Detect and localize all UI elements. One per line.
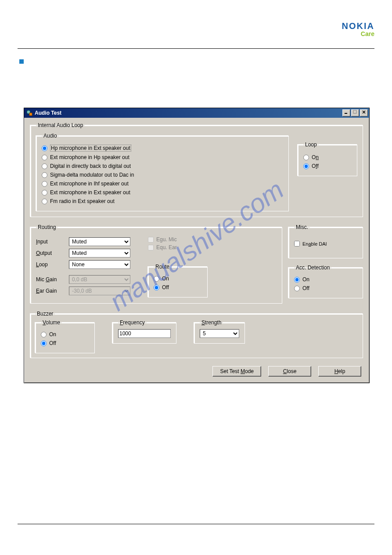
audio-label-4: Ext microphone in Ihf speaker out xyxy=(50,181,129,187)
audio-radio-6[interactable] xyxy=(42,199,47,204)
vol-on-label: On xyxy=(49,331,56,337)
titlebar[interactable]: Audio Test xyxy=(24,108,369,118)
ear-gain-select: -30,0 dB xyxy=(69,287,130,295)
page-footer-divider xyxy=(18,524,374,524)
volume-legend: Volume xyxy=(41,319,62,326)
audio-option-6[interactable]: Fm radio in Ext speaker out xyxy=(42,197,283,206)
acc-off-label: Off xyxy=(302,285,309,291)
logo-care: Care xyxy=(342,30,374,37)
output-select[interactable]: Muted xyxy=(69,249,130,258)
audio-legend: Audio xyxy=(42,133,59,139)
strength-select[interactable]: 5 xyxy=(200,329,239,338)
loop-off[interactable]: Off xyxy=(303,162,352,170)
ear-gain-label: Ear Gain xyxy=(36,288,65,294)
loop-legend: Loop xyxy=(303,141,319,148)
loop-on[interactable]: On xyxy=(303,153,352,162)
audio-label-2: Digital in directly back to digital out xyxy=(50,163,131,169)
acc-off[interactable]: Off xyxy=(294,284,357,293)
route-off-label: Off xyxy=(162,284,169,290)
audio-radio-1[interactable] xyxy=(42,155,47,160)
equ-mic-label: Egu. Mic xyxy=(156,236,177,243)
route-off[interactable]: Off xyxy=(154,283,202,292)
audio-label-0: Hp microphone in Ext speaker out xyxy=(50,145,131,152)
loop-off-label: f xyxy=(316,163,317,169)
enable-dai-row[interactable]: Enable DAI xyxy=(294,236,357,251)
frequency-legend: Frequency xyxy=(118,319,147,326)
close-button[interactable] xyxy=(360,109,368,116)
audio-option-4[interactable]: Ext microphone in Ihf speaker out xyxy=(42,179,283,188)
vol-off-label: Off xyxy=(49,340,56,346)
audio-option-0[interactable]: Hp microphone in Ext speaker out xyxy=(42,143,283,153)
page-header: NOKIA Care xyxy=(18,0,374,49)
vol-off[interactable]: Off xyxy=(41,339,89,348)
svg-rect-1 xyxy=(29,113,32,116)
route-legend: Route xyxy=(154,264,171,270)
logo-nokia: NOKIA xyxy=(342,21,374,31)
vol-off-radio[interactable] xyxy=(41,341,47,346)
audio-option-5[interactable]: Ext microphone in Ext speaker out xyxy=(42,188,283,197)
help-button[interactable]: Help xyxy=(318,366,361,377)
audio-option-3[interactable]: Sigma-delta modulator out to Dac in xyxy=(42,170,283,179)
equ-mic-checkbox xyxy=(148,237,154,243)
internal-audio-loop-group: Internal Audio Loop Audio Hp microphone … xyxy=(30,122,363,217)
vol-on-radio[interactable] xyxy=(41,332,47,337)
frequency-group: Frequency xyxy=(112,319,176,344)
loop-on-label: n xyxy=(316,154,319,160)
section-bullet-icon xyxy=(19,59,24,64)
audio-radio-4[interactable] xyxy=(42,181,47,187)
loop-label: Loop xyxy=(36,261,65,268)
buzzer-group: Buzzer Volume On Off Frequency Strength … xyxy=(30,311,363,358)
frequency-input[interactable] xyxy=(118,329,171,338)
route-on-radio[interactable] xyxy=(154,276,159,282)
loop-group: Loop On Off xyxy=(298,141,357,176)
output-label: Output xyxy=(36,250,65,256)
minimize-button[interactable] xyxy=(342,109,350,116)
equ-ear-checkbox xyxy=(148,245,154,250)
route-group: Route On Off xyxy=(148,264,208,297)
mic-gain-select: 0,0 dB xyxy=(69,275,130,284)
set-test-mode-button[interactable]: Set Test Mode xyxy=(212,366,261,377)
audio-option-1[interactable]: Ext microphone in Hp speaker out xyxy=(42,153,283,162)
app-icon xyxy=(26,109,33,116)
loop-off-radio[interactable] xyxy=(303,163,309,169)
misc-legend: Misc. xyxy=(294,224,310,230)
acc-off-radio[interactable] xyxy=(294,286,300,291)
acc-detection-group: Acc. Detection On Off xyxy=(288,265,363,298)
acc-on-radio[interactable] xyxy=(294,277,300,283)
audio-radio-3[interactable] xyxy=(42,172,47,178)
route-on-label: On xyxy=(162,276,169,282)
audio-radio-2[interactable] xyxy=(42,163,47,169)
acc-on[interactable]: On xyxy=(294,275,357,284)
window-title: Audio Test xyxy=(35,110,342,116)
close-dialog-button[interactable]: Close xyxy=(268,366,311,377)
vol-on[interactable]: On xyxy=(41,330,89,339)
input-select[interactable]: Muted xyxy=(69,237,130,246)
route-off-radio[interactable] xyxy=(154,285,159,290)
buzzer-legend: Buzzer xyxy=(35,311,55,317)
audio-radio-5[interactable] xyxy=(42,190,47,196)
acc-detection-legend: Acc. Detection xyxy=(294,265,331,271)
internal-audio-loop-legend: Internal Audio Loop xyxy=(36,122,85,128)
svg-rect-3 xyxy=(353,110,356,113)
nokia-logo: NOKIA Care xyxy=(342,21,374,37)
routing-legend: Routing xyxy=(36,224,58,230)
equ-ear-check: Equ. Ear xyxy=(148,244,208,250)
misc-group: Misc. Enable DAI xyxy=(288,224,363,258)
audio-radio-0[interactable] xyxy=(42,145,47,151)
equ-mic-check: Egu. Mic xyxy=(148,236,208,243)
audio-label-5: Ext microphone in Ext speaker out xyxy=(50,189,130,196)
audio-label-1: Ext microphone in Hp speaker out xyxy=(50,154,129,160)
svg-rect-2 xyxy=(345,113,347,114)
loop-select[interactable]: None xyxy=(69,260,130,269)
strength-legend: Strength xyxy=(200,319,223,326)
loop-on-radio[interactable] xyxy=(303,155,309,160)
mic-gain-label: Mic Gain xyxy=(36,276,65,283)
strength-group: Strength 5 xyxy=(194,319,245,344)
audio-option-2[interactable]: Digital in directly back to digital out xyxy=(42,162,283,170)
maximize-button[interactable] xyxy=(351,109,359,116)
equ-ear-label: Equ. Ear xyxy=(156,244,177,250)
enable-dai-checkbox[interactable] xyxy=(294,241,300,247)
routing-group: Routing InputMuted OutputMuted LoopNone … xyxy=(30,224,282,304)
route-on[interactable]: On xyxy=(154,274,202,283)
enable-dai-label: Enable DAI xyxy=(302,241,327,247)
